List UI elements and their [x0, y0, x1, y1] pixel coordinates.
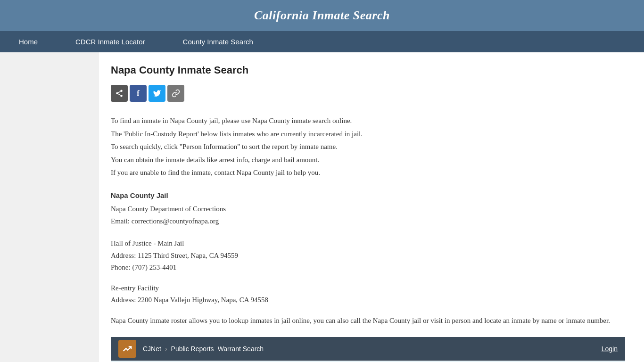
sidebar — [0, 52, 99, 362]
intro-line-3: To search quickly, click "Person Informa… — [111, 141, 625, 153]
share-button-share[interactable] — [111, 85, 128, 102]
intro-line-4: You can obtain the inmate details like a… — [111, 154, 625, 166]
svg-point-2 — [120, 95, 123, 97]
share-button-twitter[interactable] — [149, 85, 165, 102]
location-reentry: Re-entry Facility Address: 2200 Napa Val… — [111, 282, 625, 306]
cjnet-breadcrumb: CJNet › Public Reports Warrant Search — [143, 345, 602, 353]
page-title: Napa County Inmate Search — [111, 64, 625, 76]
nav-home[interactable]: Home — [0, 31, 57, 52]
breadcrumb-warrant-search[interactable]: Warrant Search — [218, 345, 264, 353]
cjnet-name: CJNet — [143, 345, 161, 353]
jail-info: Napa County Jail Napa County Department … — [111, 189, 625, 228]
cjnet-login[interactable]: Login — [602, 345, 618, 353]
site-title: California Inmate Search — [0, 8, 644, 23]
svg-line-4 — [118, 91, 120, 93]
location-1-address: Address: 1125 Third Street, Napa, CA 945… — [111, 250, 625, 262]
location-main-jail: Hall of Justice - Main Jail Address: 112… — [111, 238, 625, 274]
main-nav: Home CDCR Inmate Locator County Inmate S… — [0, 31, 644, 52]
intro-line-1: To find an inmate in Napa County jail, p… — [111, 115, 625, 127]
share-button-link[interactable] — [167, 85, 184, 102]
svg-line-3 — [118, 94, 120, 95]
share-buttons: f — [111, 85, 625, 102]
email-label: Email: — [111, 217, 132, 225]
address-label-1: Address: — [111, 252, 138, 259]
content-intro: To find an inmate in Napa County jail, p… — [111, 115, 625, 179]
address-label-2: Address: — [111, 296, 138, 304]
svg-point-1 — [116, 92, 118, 95]
location-2-address: Address: 2200 Napa Vallejo Highway, Napa… — [111, 294, 625, 306]
address-value-2: 2200 Napa Vallejo Highway, Napa, CA 9455… — [138, 296, 268, 304]
phone-label-1: Phone: — [111, 263, 132, 271]
svg-point-0 — [120, 90, 123, 92]
address-value-1: 1125 Third Street, Napa, CA 94559 — [138, 252, 238, 259]
nav-county[interactable]: County Inmate Search — [164, 31, 272, 52]
site-header: California Inmate Search — [0, 0, 644, 31]
jail-dept: Napa County Department of Corrections — [111, 203, 625, 215]
main-content: Napa County Inmate Search f — [99, 52, 644, 362]
jail-name: Napa County Jail — [111, 189, 625, 202]
jail-email: Email: corrections@countyofnapa.org — [111, 215, 625, 228]
intro-line-5: If you are unable to find the inmate, co… — [111, 167, 625, 179]
page-layout: Napa County Inmate Search f — [0, 52, 644, 362]
location-1-name: Hall of Justice - Main Jail — [111, 238, 625, 250]
location-1-phone: Phone: (707) 253-4401 — [111, 262, 625, 274]
phone-value-1: (707) 253-4401 — [132, 263, 176, 271]
bottom-text: Napa County inmate roster allows you to … — [111, 315, 625, 327]
share-button-facebook[interactable]: f — [130, 85, 147, 102]
breadcrumb-public-reports[interactable]: Public Reports — [171, 345, 214, 353]
breadcrumb-chevron-1: › — [165, 345, 167, 353]
email-value: corrections@countyofnapa.org — [132, 217, 219, 225]
intro-line-2: The 'Public In-Custody Report' below lis… — [111, 128, 625, 140]
nav-cdcr[interactable]: CDCR Inmate Locator — [57, 31, 164, 52]
cjnet-bar: CJNet › Public Reports Warrant Search Lo… — [111, 337, 625, 361]
cjnet-logo — [118, 340, 136, 358]
location-2-name: Re-entry Facility — [111, 282, 625, 295]
